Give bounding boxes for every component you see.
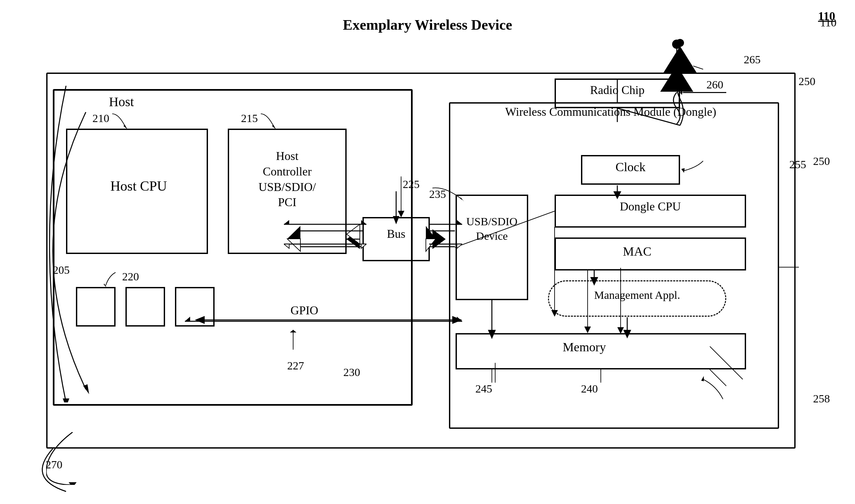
svg-marker-29 (63, 398, 69, 402)
host-controller-label: Host Controller USB/SDIO/ PCI (231, 148, 343, 210)
ref-227: 227 (287, 360, 304, 372)
svg-marker-49 (457, 317, 462, 321)
ref-220-arrow (102, 269, 142, 292)
memory-label: Memory (538, 340, 630, 354)
svg-marker-41 (361, 220, 366, 224)
svg-marker-26 (123, 125, 127, 129)
diagram-title: Exemplary Wireless Device (343, 17, 512, 33)
svg-marker-60 (617, 327, 624, 334)
ref-225-arrow (391, 177, 411, 223)
svg-marker-34 (680, 90, 682, 95)
page: 110 Exemplary Wireless Device (0, 0, 855, 504)
270-curve-svg (46, 432, 99, 485)
ref-255-arrow (677, 158, 716, 178)
gpio-arrows (185, 311, 462, 331)
small-box-2 (125, 287, 165, 326)
svg-marker-42 (361, 244, 366, 248)
ref-250-b: 250 (813, 155, 830, 167)
svg-marker-31 (681, 168, 685, 173)
host-cpu-label: Host CPU (83, 178, 195, 194)
dongle-internal-arrows (551, 227, 558, 319)
258-ref-line (710, 346, 753, 389)
svg-marker-56 (551, 310, 558, 317)
bus-arrows-left (284, 216, 366, 252)
ref-230: 230 (343, 366, 360, 379)
ref-210-arrow (92, 109, 145, 132)
ref-260-line (680, 85, 739, 101)
svg-marker-48 (185, 317, 190, 321)
mac-memory-arrow (584, 270, 591, 335)
svg-marker-36 (398, 211, 404, 217)
ref-215-arrow (241, 109, 294, 132)
dongle-usb-connection (455, 195, 557, 304)
ref-240: 240 (581, 383, 598, 395)
bus-label: Bus (378, 227, 414, 241)
ref-255: 255 (789, 158, 806, 171)
mac-label: MAC (594, 244, 680, 258)
svg-marker-27 (272, 125, 276, 129)
svg-marker-58 (584, 326, 591, 333)
205-curve (27, 86, 92, 402)
antenna-svg (650, 39, 703, 125)
svg-marker-39 (284, 220, 289, 224)
ref-265: 265 (744, 53, 761, 66)
svg-marker-32 (701, 376, 704, 381)
ref-245-arrow (482, 363, 508, 389)
management-label: Management Appl. (555, 289, 720, 302)
mgmt-arrow (617, 268, 624, 336)
ref-110-display: 110 (820, 17, 837, 29)
svg-point-23 (672, 40, 681, 49)
svg-line-61 (710, 346, 743, 379)
ref-227-arrow (283, 330, 303, 356)
svg-marker-28 (104, 284, 107, 288)
svg-marker-40 (284, 244, 289, 248)
clock-label: Clock (597, 160, 664, 174)
ref-250: 250 (799, 75, 815, 88)
host-label: Host (109, 94, 134, 109)
svg-marker-51 (290, 330, 296, 332)
dongle-cpu-label: Dongle CPU (568, 200, 733, 213)
ref-258: 258 (813, 393, 830, 405)
